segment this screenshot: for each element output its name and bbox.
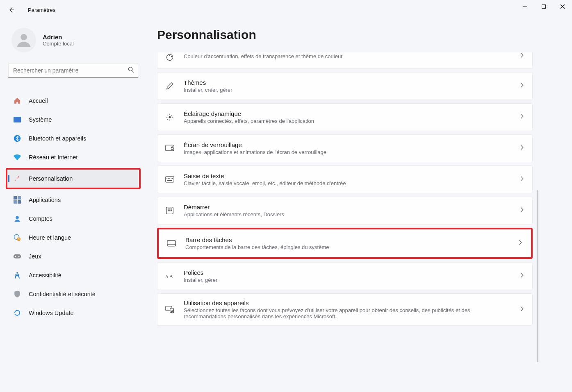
sidebar-item-time-language[interactable]: Heure et langue bbox=[8, 229, 138, 246]
settings-card-list: Couleur d'accentuation, effets de transp… bbox=[157, 52, 533, 327]
svg-rect-31 bbox=[169, 208, 171, 210]
search-box[interactable] bbox=[8, 63, 138, 78]
main-content: Personnalisation Couleur d'accentuation,… bbox=[146, 20, 572, 392]
svg-point-15 bbox=[16, 272, 18, 274]
maximize-button[interactable] bbox=[534, 0, 553, 13]
start-grid-icon bbox=[165, 206, 175, 215]
sidebar-item-windows-update[interactable]: Windows Update bbox=[8, 305, 138, 321]
paintbrush-icon bbox=[13, 175, 21, 182]
window-controls bbox=[515, 0, 572, 13]
svg-rect-36 bbox=[167, 240, 175, 246]
svg-point-2 bbox=[128, 67, 132, 71]
svg-rect-6 bbox=[18, 196, 21, 199]
card-fonts[interactable]: AA Polices Installer, gérer bbox=[157, 262, 533, 290]
pen-icon bbox=[165, 82, 175, 90]
palette-icon bbox=[165, 53, 175, 61]
card-text-input[interactable]: Saisie de texte Clavier tactile, saisie … bbox=[157, 165, 533, 193]
sidebar-item-label: Réseau et Internet bbox=[29, 154, 77, 161]
card-themes[interactable]: Thèmes Installer, créer, gérer bbox=[157, 72, 533, 100]
globe-clock-icon bbox=[13, 234, 21, 241]
titlebar: Paramètres bbox=[0, 0, 572, 20]
window-title: Paramètres bbox=[28, 7, 55, 13]
svg-rect-35 bbox=[171, 210, 172, 211]
sidebar-item-label: Comptes bbox=[29, 215, 52, 222]
chevron-right-icon bbox=[517, 240, 523, 247]
svg-rect-8 bbox=[18, 200, 21, 204]
svg-rect-5 bbox=[14, 196, 17, 199]
sidebar-item-label: Accessibilité bbox=[29, 272, 62, 279]
sidebar-item-accessibility[interactable]: Accessibilité bbox=[8, 267, 138, 283]
card-taskbar[interactable]: Barre des tâches Comportements de la bar… bbox=[159, 229, 531, 257]
chevron-right-icon bbox=[519, 207, 525, 214]
card-title: Écran de verrouillage bbox=[184, 141, 510, 148]
svg-point-9 bbox=[16, 216, 19, 219]
back-button[interactable] bbox=[3, 2, 20, 18]
sidebar-item-network[interactable]: Réseau et Internet bbox=[8, 149, 138, 165]
svg-rect-21 bbox=[171, 147, 173, 150]
shield-icon bbox=[13, 290, 21, 298]
card-subtitle: Images, applications et animations de l'… bbox=[184, 149, 510, 155]
sidebar-item-label: Jeux bbox=[29, 253, 41, 260]
card-title: Utilisation des appareils bbox=[184, 299, 510, 306]
sidebar: Adrien Compte local Accueil Système Blue… bbox=[0, 20, 146, 392]
card-subtitle: Appareils connectés, effets, paramètres … bbox=[184, 118, 510, 124]
card-device-usage[interactable]: Utilisation des appareils Sélectionnez t… bbox=[157, 293, 533, 326]
chevron-right-icon bbox=[519, 306, 525, 313]
person-icon bbox=[15, 31, 33, 49]
nav-list: Accueil Système Bluetooth et appareils R… bbox=[8, 93, 138, 321]
svg-rect-3 bbox=[14, 117, 21, 122]
minimize-button[interactable] bbox=[515, 0, 534, 13]
search-input[interactable] bbox=[8, 63, 138, 78]
card-title: Barre des tâches bbox=[185, 236, 508, 243]
card-dynamic-lighting[interactable]: Éclairage dynamique Appareils connectés,… bbox=[157, 103, 533, 131]
svg-point-1 bbox=[21, 34, 27, 40]
search-icon bbox=[128, 67, 134, 75]
system-icon bbox=[13, 117, 21, 122]
sidebar-item-label: Heure et langue bbox=[29, 234, 71, 241]
sidebar-item-gaming[interactable]: Jeux bbox=[8, 248, 138, 265]
scrollbar-thumb[interactable] bbox=[537, 190, 538, 362]
update-icon bbox=[13, 309, 21, 317]
close-button[interactable] bbox=[553, 0, 572, 13]
taskbar-icon bbox=[166, 240, 176, 247]
sidebar-item-apps[interactable]: Applications bbox=[8, 192, 138, 208]
sidebar-item-bluetooth[interactable]: Bluetooth et appareils bbox=[8, 130, 138, 147]
accessibility-icon bbox=[13, 272, 21, 279]
sidebar-item-label: Windows Update bbox=[29, 310, 74, 316]
sidebar-item-system[interactable]: Système bbox=[8, 111, 138, 128]
light-icon bbox=[165, 113, 175, 121]
svg-rect-26 bbox=[171, 178, 172, 179]
sidebar-item-label: Confidentialité et sécurité bbox=[29, 291, 96, 297]
avatar bbox=[11, 28, 36, 52]
svg-rect-30 bbox=[168, 208, 169, 210]
card-lock-screen[interactable]: Écran de verrouillage Images, applicatio… bbox=[157, 134, 533, 162]
sidebar-item-home[interactable]: Accueil bbox=[8, 93, 138, 109]
card-colors[interactable]: Couleur d'accentuation, effets de transp… bbox=[157, 52, 533, 69]
close-icon bbox=[561, 5, 565, 9]
gamepad-icon bbox=[13, 254, 21, 259]
chevron-right-icon bbox=[519, 82, 525, 90]
font-icon: AA bbox=[165, 272, 175, 280]
card-subtitle: Installer, créer, gérer bbox=[184, 87, 510, 93]
svg-rect-32 bbox=[171, 208, 172, 210]
svg-point-17 bbox=[169, 55, 171, 56]
card-start[interactable]: Démarrer Applications et éléments récent… bbox=[157, 197, 533, 224]
svg-text:A: A bbox=[169, 273, 173, 279]
sidebar-item-label: Personnalisation bbox=[29, 175, 73, 182]
svg-point-14 bbox=[18, 256, 20, 257]
person-icon bbox=[13, 215, 21, 222]
svg-rect-0 bbox=[542, 5, 546, 9]
chevron-right-icon bbox=[519, 52, 525, 60]
sidebar-item-accounts[interactable]: Comptes bbox=[8, 211, 138, 227]
card-subtitle: Applications et éléments récents, Dossie… bbox=[184, 211, 510, 218]
svg-text:A: A bbox=[165, 274, 169, 279]
card-title: Polices bbox=[184, 269, 510, 276]
sidebar-item-personalization[interactable]: Personnalisation bbox=[8, 170, 138, 187]
card-subtitle: Comportements de la barre des tâches, ép… bbox=[185, 244, 508, 250]
bluetooth-icon bbox=[13, 135, 21, 142]
keyboard-icon bbox=[165, 176, 175, 183]
profile-block[interactable]: Adrien Compte local bbox=[11, 28, 138, 52]
svg-rect-24 bbox=[168, 178, 169, 179]
card-subtitle: Installer, gérer bbox=[184, 277, 510, 283]
sidebar-item-privacy[interactable]: Confidentialité et sécurité bbox=[8, 286, 138, 302]
